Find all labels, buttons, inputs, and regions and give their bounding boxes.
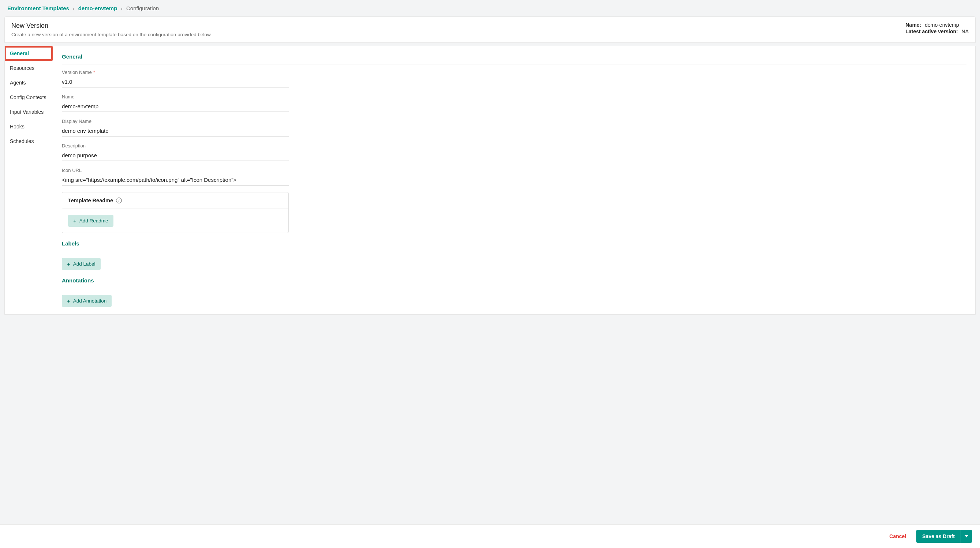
icon-url-input[interactable]	[62, 175, 289, 186]
name-input[interactable]	[62, 101, 289, 112]
sidebar-item-agents[interactable]: Agents	[5, 75, 53, 90]
content-panel: General Version Name* Name Display Name …	[53, 46, 975, 315]
breadcrumb-mid[interactable]: demo-envtemp	[78, 5, 118, 11]
breadcrumb-separator-icon: ›	[73, 6, 74, 11]
version-name-label: Version Name*	[62, 70, 289, 75]
add-label-button[interactable]: + Add Label	[62, 258, 101, 270]
display-name-label: Display Name	[62, 119, 289, 124]
section-title-general: General	[62, 53, 966, 64]
meta-version-value: NA	[962, 29, 969, 34]
section-title-labels: Labels	[62, 240, 289, 251]
breadcrumb: Environment Templates › demo-envtemp › C…	[0, 0, 980, 15]
info-icon[interactable]: i	[116, 197, 122, 203]
plus-icon: +	[67, 261, 70, 267]
template-readme-title: Template Readme	[68, 197, 113, 203]
plus-icon: +	[67, 298, 70, 303]
description-input[interactable]	[62, 150, 289, 161]
display-name-input[interactable]	[62, 125, 289, 137]
icon-url-label: Icon URL	[62, 168, 289, 173]
add-annotation-button[interactable]: + Add Annotation	[62, 295, 111, 307]
sidebar-item-input-variables[interactable]: Input Variables	[5, 105, 53, 119]
breadcrumb-current: Configuration	[126, 5, 159, 11]
sidebar-item-config-contexts[interactable]: Config Contexts	[5, 90, 53, 105]
page-subtitle: Create a new version of a environment te…	[11, 32, 211, 37]
add-readme-button[interactable]: + Add Readme	[68, 215, 113, 227]
page-header: New Version Create a new version of a en…	[5, 16, 975, 43]
meta-name-value: demo-envtemp	[925, 22, 959, 28]
breadcrumb-separator-icon: ›	[121, 6, 122, 11]
description-label: Description	[62, 143, 289, 149]
sidebar-item-schedules[interactable]: Schedules	[5, 134, 53, 149]
section-title-annotations: Annotations	[62, 277, 289, 288]
meta-version-label: Latest active version:	[905, 29, 958, 34]
sidebar-item-resources[interactable]: Resources	[5, 61, 53, 75]
plus-icon: +	[73, 218, 76, 224]
sidebar-item-hooks[interactable]: Hooks	[5, 119, 53, 134]
meta-name-label: Name:	[905, 22, 921, 28]
page-title: New Version	[11, 22, 211, 30]
sidebar-item-general[interactable]: General	[5, 46, 53, 61]
breadcrumb-root[interactable]: Environment Templates	[7, 5, 69, 11]
version-name-input[interactable]	[62, 76, 289, 87]
name-label: Name	[62, 94, 289, 100]
template-readme-card: Template Readme i + Add Readme	[62, 192, 289, 233]
sidebar: General Resources Agents Config Contexts…	[5, 46, 53, 315]
